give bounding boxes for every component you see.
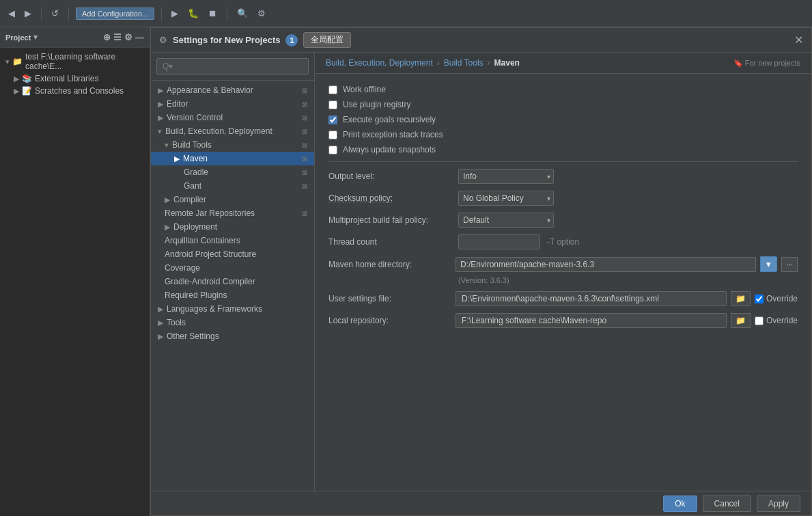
refresh-btn[interactable]: ↺ — [48, 7, 61, 20]
project-collapse-icon[interactable]: ☰ — [113, 32, 122, 42]
breadcrumb-part1[interactable]: Build, Execution, Deployment — [326, 58, 433, 68]
local-repo-override-checkbox[interactable] — [755, 316, 764, 325]
scratches-item[interactable]: ▶ 📝 Scratches and Consoles — [0, 85, 150, 97]
maven-home-browse-btn[interactable]: ··· — [781, 257, 798, 272]
stop-btn[interactable]: ⏹ — [206, 7, 220, 20]
checksum-row: Checksum policy: No Global Policy Fail W… — [328, 191, 798, 206]
execute-goals-checkbox[interactable] — [328, 116, 337, 124]
work-offline-row: Work offline — [328, 85, 798, 94]
user-settings-override-area: Override — [755, 294, 798, 303]
multiproject-select-wrapper: Default Fail at end Never fail — [458, 213, 554, 228]
user-settings-browse-btn[interactable]: 📁 — [731, 291, 751, 306]
sidebar-item-version-control[interactable]: ▶ Version Control ⊠ — [151, 111, 314, 124]
sidebar-item-editor[interactable]: ▶ Editor ⊠ — [151, 97, 314, 111]
gradle-label: Gradle — [184, 167, 208, 177]
sidebar-item-appearance[interactable]: ▶ Appearance & Behavior ⊠ — [151, 83, 314, 97]
print-exception-label: Print exception stack traces — [343, 130, 443, 139]
breadcrumb-part2[interactable]: Build Tools — [444, 58, 484, 68]
project-minimize-icon[interactable]: — — [135, 32, 144, 42]
settings-search-input[interactable] — [156, 58, 309, 74]
sidebar-item-tools[interactable]: ▶ Tools — [151, 316, 314, 329]
maven-home-dropdown-btn[interactable]: ▾ — [760, 256, 777, 272]
project-panel: Project ▾ ⊕ ☰ ⚙ — ▾ 📁 test F:\Learning s… — [0, 27, 150, 516]
other-label: Other Settings — [167, 331, 219, 341]
local-repo-input[interactable] — [456, 313, 727, 328]
run-btn[interactable]: ▶ — [169, 7, 181, 20]
back-btn[interactable]: ◀ — [5, 7, 18, 20]
user-settings-row: User settings file: 📁 Override — [328, 291, 798, 306]
sidebar-item-other-settings[interactable]: ▶ Other Settings — [151, 329, 314, 343]
user-settings-override-checkbox[interactable] — [755, 295, 764, 303]
work-offline-checkbox[interactable] — [328, 85, 337, 94]
external-libraries-item[interactable]: ▶ 📚 External Libraries — [0, 72, 150, 85]
apply-button[interactable]: Apply — [757, 495, 800, 512]
ext-lib-expand-icon: ▶ — [14, 74, 19, 83]
sidebar-item-compiler[interactable]: ▶ Compiler — [151, 193, 314, 206]
main-layout: Project ▾ ⊕ ☰ ⚙ — ▾ 📁 test F:\Learning s… — [0, 27, 812, 516]
thread-t-option-label: -T option — [547, 237, 579, 247]
output-level-row: Output level: Info Debug Warn Error — [328, 169, 798, 184]
settings-sidebar: ▶ Appearance & Behavior ⊠ ▶ Editor ⊠ ▶ V… — [151, 53, 315, 491]
sidebar-item-build-exec-deploy[interactable]: ▾ Build, Execution, Deployment ⊠ — [151, 124, 314, 138]
sidebar-item-build-tools[interactable]: ▾ Build Tools ⊠ — [151, 138, 314, 152]
sidebar-item-languages[interactable]: ▶ Languages & Frameworks — [151, 302, 314, 316]
other-arrow-icon: ▶ — [158, 332, 163, 341]
debug-btn[interactable]: 🐛 — [185, 7, 201, 20]
multiproject-row: Multiproject build fail policy: Default … — [328, 213, 798, 228]
sidebar-item-gradle-android[interactable]: Gradle-Android Compiler — [151, 275, 314, 288]
tools-arrow-icon: ▶ — [158, 318, 163, 327]
android-label: Android Project Structure — [165, 249, 256, 259]
project-dropdown-icon[interactable]: ▾ — [33, 33, 38, 42]
search-btn[interactable]: 🔍 — [234, 7, 251, 20]
settings-btn[interactable]: ⚙ — [255, 7, 268, 20]
print-exception-checkbox[interactable] — [328, 131, 337, 139]
appearance-arrow-icon: ▶ — [158, 86, 163, 95]
compiler-arrow-icon: ▶ — [165, 195, 170, 204]
local-repo-browse-btn[interactable]: 📁 — [731, 313, 751, 328]
sidebar-item-required-plugins[interactable]: Required Plugins — [151, 288, 314, 302]
forward-btn[interactable]: ▶ — [22, 7, 34, 20]
settings-content: Build, Execution, Deployment › Build Too… — [315, 53, 811, 491]
gant-label: Gant — [184, 181, 201, 191]
maven-home-select[interactable]: D:/Environment/apache-maven-3.6.3 — [456, 257, 756, 272]
sidebar-item-remote-jar[interactable]: Remote Jar Repositories ⊠ — [151, 206, 314, 220]
output-level-select[interactable]: Info Debug Warn Error — [458, 169, 554, 184]
bt-label: Build Tools — [172, 140, 212, 150]
dialog-badge: 1 — [285, 34, 298, 46]
user-settings-input[interactable] — [456, 291, 727, 306]
sidebar-item-coverage[interactable]: Coverage — [151, 261, 314, 275]
sidebar-item-gradle[interactable]: Gradle ⊠ — [151, 165, 314, 179]
sidebar-item-android[interactable]: Android Project Structure — [151, 247, 314, 261]
rjar-label: Remote Jar Repositories — [165, 208, 255, 218]
close-button[interactable]: ✕ — [794, 33, 803, 46]
plugin-registry-checkbox[interactable] — [328, 100, 337, 109]
add-config-button[interactable]: Add Configuration... — [76, 8, 154, 20]
dialog-title: Settings for New Projects — [173, 35, 280, 45]
output-level-select-wrapper: Info Debug Warn Error — [458, 169, 554, 184]
appearance-ext-icon: ⊠ — [302, 87, 307, 94]
multiproject-select[interactable]: Default Fail at end Never fail — [458, 213, 554, 228]
project-root-item[interactable]: ▾ 📁 test F:\Learning software cache\E... — [0, 51, 150, 72]
bed-arrow-icon: ▾ — [158, 127, 162, 136]
checksum-select[interactable]: No Global Policy Fail Warn Ignore — [458, 191, 554, 206]
local-repo-override-label: Override — [766, 316, 798, 325]
ext-lib-icon: 📚 — [22, 74, 32, 83]
sidebar-item-maven[interactable]: ▶ Maven ⊠ — [151, 152, 314, 165]
maven-home-row: Maven home directory: D:/Environment/apa… — [328, 256, 798, 272]
editor-label: Editor — [167, 99, 188, 109]
toolbar: ◀ ▶ ↺ Add Configuration... ▶ 🐛 ⏹ 🔍 ⚙ — [0, 0, 812, 27]
external-libraries-label: External Libraries — [35, 74, 98, 83]
project-folder-icon: 📁 — [12, 57, 23, 66]
checksum-label: Checksum policy: — [328, 193, 451, 203]
sidebar-item-deployment[interactable]: ▶ Deployment — [151, 220, 314, 234]
sidebar-item-gant[interactable]: Gant ⊠ — [151, 179, 314, 193]
always-update-checkbox[interactable] — [328, 146, 337, 154]
cancel-button[interactable]: Cancel — [703, 495, 751, 512]
bed-label: Build, Execution, Deployment — [165, 126, 272, 136]
scratches-icon: 📝 — [22, 86, 32, 96]
ok-button[interactable]: Ok — [663, 495, 697, 512]
project-settings-icon[interactable]: ⊕ — [103, 32, 111, 42]
project-gear-icon[interactable]: ⚙ — [124, 32, 132, 42]
sidebar-item-arquillian[interactable]: Arquillian Containers — [151, 234, 314, 247]
thread-count-input[interactable] — [458, 234, 540, 249]
